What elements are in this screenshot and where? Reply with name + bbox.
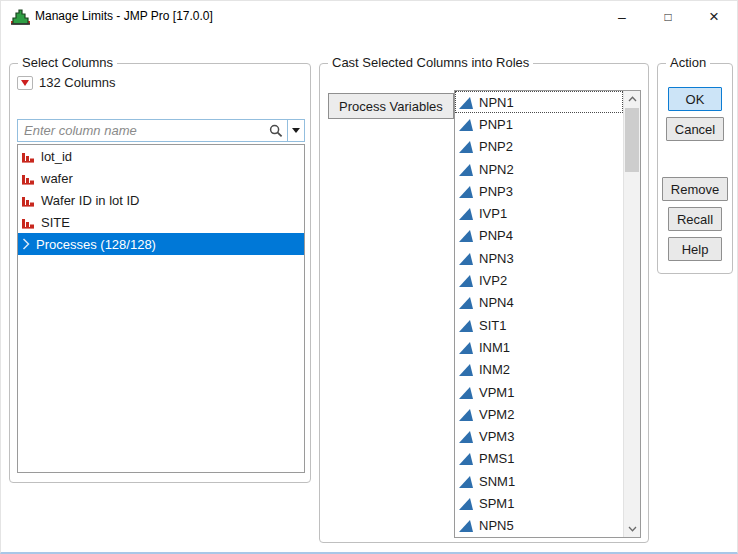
process-variable-item[interactable]: IVP2 [455, 269, 623, 291]
columns-count-row: 132 Columns [17, 75, 116, 90]
column-list[interactable]: lot_idwaferWafer ID in lot IDSITEProcess… [17, 144, 305, 473]
scroll-up-icon[interactable] [624, 91, 640, 107]
process-variable-name: NPN3 [479, 251, 514, 266]
process-variable-item[interactable]: SIT1 [455, 314, 623, 336]
process-variable-name: PNP3 [479, 184, 513, 199]
remove-button[interactable]: Remove [662, 177, 728, 201]
process-variable-item[interactable]: PNP4 [455, 225, 623, 247]
process-variable-name: PNP1 [479, 117, 513, 132]
continuous-triangle-icon [459, 341, 473, 354]
window-title: Manage Limits - JMP Pro [17.0.0] [35, 1, 213, 32]
manage-limits-window: Manage Limits - JMP Pro [17.0.0] – □ × S… [0, 0, 738, 554]
search-dropdown-button[interactable] [287, 120, 304, 141]
continuous-triangle-icon [459, 252, 473, 265]
process-variable-item[interactable]: NPN3 [455, 247, 623, 269]
process-variable-item[interactable]: NPN1 [455, 91, 623, 113]
process-variable-name: NPN2 [479, 162, 514, 177]
continuous-triangle-icon [459, 452, 473, 465]
scrollbar-thumb[interactable] [625, 108, 639, 172]
process-variable-name: IVP1 [479, 206, 507, 221]
process-variable-item[interactable]: PMS1 [455, 448, 623, 470]
process-variable-name: SIT1 [479, 318, 506, 333]
continuous-triangle-icon [459, 296, 473, 309]
continuous-triangle-icon [459, 163, 473, 176]
continuous-triangle-icon [459, 363, 473, 376]
process-variable-item[interactable]: NPN4 [455, 292, 623, 314]
process-variable-item[interactable]: VPM1 [455, 381, 623, 403]
process-variable-name: PNP2 [479, 139, 513, 154]
continuous-triangle-icon [459, 140, 473, 153]
column-name: Processes (128/128) [36, 237, 156, 252]
column-name: lot_id [41, 149, 72, 164]
process-variable-item[interactable]: NPN5 [455, 515, 623, 537]
process-variable-name: SPM1 [479, 496, 514, 511]
process-variable-item[interactable]: NPN2 [455, 158, 623, 180]
process-variable-name: VPM1 [479, 385, 514, 400]
process-variable-item[interactable]: PNP2 [455, 136, 623, 158]
columns-count-label: 132 Columns [39, 75, 116, 90]
process-variables-button[interactable]: Process Variables [328, 93, 454, 119]
process-variable-item[interactable]: VPM2 [455, 403, 623, 425]
process-variable-item[interactable]: INM2 [455, 359, 623, 381]
action-label: Action [666, 55, 710, 70]
column-search-box [17, 119, 305, 142]
process-variables-items: NPN1PNP1PNP2NPN2PNP3IVP1PNP4NPN3IVP2NPN4… [455, 91, 623, 537]
process-variable-item[interactable]: PNP3 [455, 180, 623, 202]
maximize-button[interactable]: □ [645, 1, 691, 32]
continuous-triangle-icon [459, 118, 473, 131]
column-search-input[interactable] [18, 120, 265, 141]
column-list-item[interactable]: SITE [18, 211, 304, 233]
help-button[interactable]: Help [668, 237, 722, 261]
process-variable-item[interactable]: SNM1 [455, 470, 623, 492]
jmp-logo-icon [11, 8, 30, 25]
process-variable-item[interactable]: INM1 [455, 336, 623, 358]
ok-button[interactable]: OK [668, 87, 722, 111]
column-list-item[interactable]: wafer [18, 167, 304, 189]
titlebar: Manage Limits - JMP Pro [17.0.0] – □ × [1, 1, 737, 33]
scrollbar[interactable] [623, 91, 640, 537]
process-variable-name: INM1 [479, 340, 510, 355]
process-variable-name: NPN5 [479, 518, 514, 533]
chevron-down-icon [292, 128, 300, 133]
process-variable-name: SNM1 [479, 474, 515, 489]
cancel-button[interactable]: Cancel [666, 117, 724, 141]
column-name: wafer [41, 171, 73, 186]
process-variable-name: VPM3 [479, 429, 514, 444]
continuous-triangle-icon [459, 430, 473, 443]
cast-roles-label: Cast Selected Columns into Roles [328, 55, 533, 70]
red-triangle-menu-icon[interactable] [17, 76, 33, 90]
continuous-triangle-icon [459, 319, 473, 332]
continuous-triangle-icon [459, 386, 473, 399]
select-columns-label: Select Columns [18, 55, 117, 70]
process-variable-item[interactable]: SPM1 [455, 492, 623, 514]
action-panel: Action OKCancelRemoveRecallHelp [657, 63, 733, 274]
process-variable-item[interactable]: PNP1 [455, 113, 623, 135]
continuous-triangle-icon [459, 408, 473, 421]
nominal-histogram-icon [22, 150, 35, 163]
column-list-item[interactable]: lot_id [18, 145, 304, 167]
process-variable-name: PMS1 [479, 451, 514, 466]
search-icon[interactable] [265, 120, 287, 141]
scroll-down-icon[interactable] [624, 521, 640, 537]
process-variable-item[interactable]: VPM3 [455, 425, 623, 447]
continuous-triangle-icon [459, 274, 473, 287]
process-variable-item[interactable]: IVP1 [455, 202, 623, 224]
process-variable-name: NPN4 [479, 295, 514, 310]
process-variable-name: INM2 [479, 362, 510, 377]
column-list-item[interactable]: Processes (128/128) [18, 233, 304, 255]
column-name: SITE [41, 215, 70, 230]
recall-button[interactable]: Recall [668, 207, 722, 231]
continuous-triangle-icon [459, 185, 473, 198]
process-variable-name: IVP2 [479, 273, 507, 288]
column-name: Wafer ID in lot ID [41, 193, 139, 208]
process-variables-list[interactable]: NPN1PNP1PNP2NPN2PNP3IVP1PNP4NPN3IVP2NPN4… [454, 90, 641, 538]
continuous-triangle-icon [459, 207, 473, 220]
action-buttons: OKCancelRemoveRecallHelp [658, 87, 732, 261]
select-columns-panel: Select Columns 132 Columns lot_idwaferWa… [9, 63, 311, 483]
close-button[interactable]: × [691, 1, 737, 32]
minimize-button[interactable]: – [599, 1, 645, 32]
continuous-triangle-icon [459, 96, 473, 109]
process-variable-name: NPN1 [479, 95, 514, 110]
nominal-histogram-icon [22, 194, 35, 207]
column-list-item[interactable]: Wafer ID in lot ID [18, 189, 304, 211]
